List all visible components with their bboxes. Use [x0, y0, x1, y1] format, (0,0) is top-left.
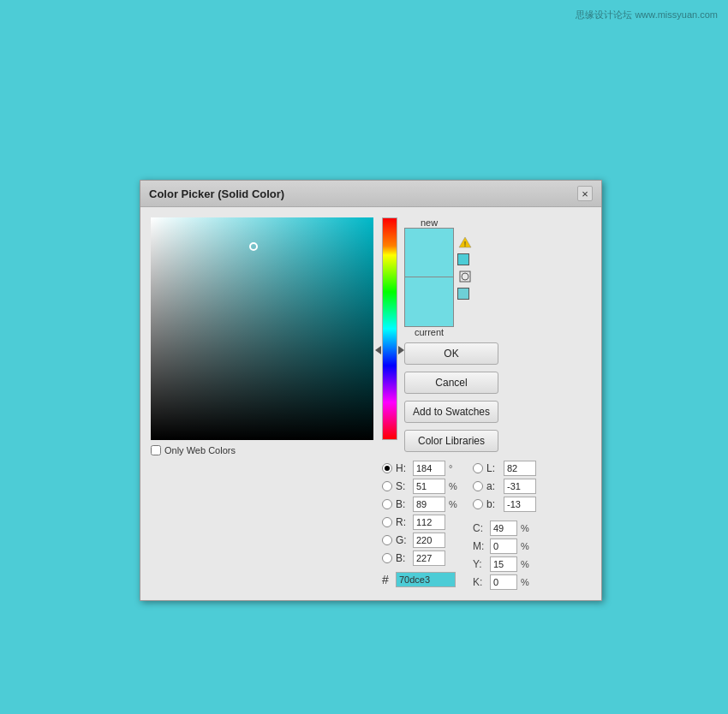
spacer [473, 515, 536, 518]
preview-stack: new current [404, 217, 454, 337]
red-input[interactable] [413, 515, 445, 530]
green-row: G: [382, 533, 461, 548]
hue-arrow-left [375, 346, 381, 354]
green-input[interactable] [413, 533, 445, 548]
hex-row: # [382, 572, 461, 587]
alert-icons: ! [457, 217, 473, 300]
current-label: current [415, 327, 444, 337]
cmyk-c-input[interactable] [490, 521, 517, 536]
hue-slider[interactable] [382, 217, 397, 440]
color-field-section: Only Web Colors [151, 217, 373, 590]
dialog-body: Only Web Colors new [140, 207, 601, 600]
hex-hash: # [382, 573, 392, 586]
new-label: new [421, 217, 438, 228]
blue-radio[interactable] [382, 553, 392, 563]
brightness-row: B: % [382, 497, 461, 512]
lab-cmyk-column: L: a: b: [473, 461, 536, 590]
svg-point-3 [462, 273, 468, 280]
preview-buttons-area: new current ! [404, 217, 498, 452]
green-radio[interactable] [382, 535, 392, 545]
add-to-swatches-button[interactable]: Add to Swatches [404, 401, 498, 423]
lab-l-input[interactable] [504, 461, 536, 476]
lab-a-row: a: [473, 479, 536, 494]
cmyk-k-row: K: % [473, 574, 536, 590]
cmyk-y-input[interactable] [490, 556, 517, 572]
dialog-titlebar: Color Picker (Solid Color) × [140, 181, 601, 207]
preview-area: new current ! [404, 217, 498, 337]
lab-a-radio[interactable] [473, 481, 483, 491]
svg-text:!: ! [464, 240, 467, 248]
hue-row: H: ° [382, 461, 461, 476]
lab-b-row: b: [473, 497, 536, 512]
hue-slider-container [382, 217, 397, 452]
cmyk-m-input[interactable] [490, 538, 517, 554]
middle-column: new current ! [382, 217, 536, 590]
lab-l-row: L: [473, 461, 536, 476]
color-libraries-button[interactable]: Color Libraries [404, 430, 498, 452]
only-web-colors-row: Only Web Colors [151, 445, 373, 455]
hue-radio[interactable] [382, 463, 392, 473]
hue-input[interactable] [413, 461, 445, 476]
hex-input[interactable] [396, 572, 456, 587]
saturation-input[interactable] [413, 479, 445, 494]
blue-row: B: [382, 550, 461, 566]
cancel-button[interactable]: Cancel [404, 372, 498, 394]
buttons-panel: OK Cancel Add to Swatches Color Librarie… [404, 342, 498, 452]
lab-l-radio[interactable] [473, 463, 483, 473]
cmyk-k-input[interactable] [490, 574, 517, 590]
watermark: 思缘设计论坛 www.missyuan.com [576, 9, 718, 21]
brightness-input[interactable] [413, 497, 445, 512]
lab-a-input[interactable] [504, 479, 536, 494]
color-field[interactable] [151, 217, 373, 440]
dialog-title: Color Picker (Solid Color) [149, 187, 284, 200]
new-color-preview[interactable] [404, 228, 454, 277]
web-safe-color-swatch[interactable] [457, 288, 469, 300]
current-color-preview[interactable] [404, 277, 454, 327]
hue-arrow-right [398, 346, 404, 354]
color-picker-dialog: Color Picker (Solid Color) × Only Web Co… [140, 180, 602, 601]
web-safe-warning-icon[interactable] [457, 269, 473, 284]
cmyk-c-row: C: % [473, 521, 536, 536]
hsb-rgb-column: H: ° S: % B: [382, 461, 461, 590]
color-values-section: H: ° S: % B: [382, 461, 536, 590]
saturation-row: S: % [382, 479, 461, 494]
blue-input[interactable] [413, 550, 445, 566]
close-button[interactable]: × [577, 186, 593, 201]
brightness-radio[interactable] [382, 499, 392, 509]
lab-b-input[interactable] [504, 497, 536, 512]
only-web-colors-checkbox[interactable] [151, 445, 161, 455]
ok-button[interactable]: OK [404, 342, 498, 365]
red-radio[interactable] [382, 517, 392, 527]
only-web-colors-label: Only Web Colors [164, 445, 236, 455]
lab-b-radio[interactable] [473, 499, 483, 509]
top-right-area: new current ! [382, 217, 536, 452]
cmyk-m-row: M: % [473, 538, 536, 554]
gamut-color-swatch[interactable] [457, 253, 469, 265]
gamut-warning-icon[interactable]: ! [457, 235, 473, 250]
saturation-radio[interactable] [382, 481, 392, 491]
cmyk-y-row: Y: % [473, 556, 536, 572]
color-dark-overlay [151, 217, 373, 440]
red-row: R: [382, 515, 461, 530]
